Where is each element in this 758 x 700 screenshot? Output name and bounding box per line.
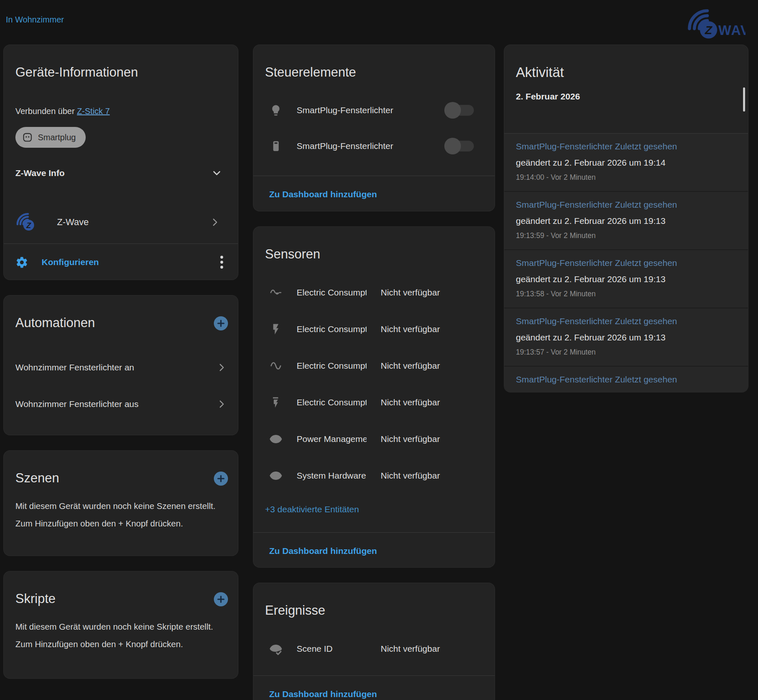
sensor-row[interactable]: Electric Consumpti… Nicht verfügbar (253, 348, 495, 384)
zwave-info-label: Z-Wave Info (15, 168, 64, 178)
activity-entry-time: 19:13:58 - Vor 2 Minuten (516, 288, 736, 299)
sensors-card: Sensoren Electric Consumpti… Nicht verfü… (253, 226, 495, 568)
eye-icon (269, 469, 282, 482)
sensor-label: System Hardware … (297, 471, 367, 481)
activity-entry-change: geändert zu 2. Februar 2026 um 19:04 (516, 389, 736, 392)
zwave-integration-label: Z-Wave (57, 217, 192, 228)
automation-row[interactable]: Wohnzimmer Fensterlichter aus (15, 391, 228, 417)
activity-entry: SmartPlug-Fensterlichter Zuletzt gesehen… (504, 367, 748, 392)
toggle-switch[interactable] (446, 105, 474, 116)
device-info-card: Geräte-Informationen Verbunden über Z-St… (3, 45, 238, 280)
activity-entry-change: geändert zu 2. Februar 2026 um 19:13 (516, 214, 736, 228)
activity-entry-link[interactable]: SmartPlug-Fensterlichter Zuletzt gesehen (516, 373, 677, 386)
activity-entry-link[interactable]: SmartPlug-Fensterlichter Zuletzt gesehen (516, 315, 677, 328)
scenes-card: Szenen Mit diesem Gerät wurden noch kein… (3, 450, 238, 556)
toggle-switch[interactable] (446, 141, 474, 151)
sensor-row[interactable]: Power Manageme… Nicht verfügbar (253, 421, 495, 457)
activity-entry: SmartPlug-Fensterlichter Zuletzt gesehen… (504, 192, 748, 250)
activity-entry-time: 19:13:59 - Vor 2 Minuten (516, 230, 736, 241)
automations-card: Automationen Wohnzimmer Fensterlichter a… (3, 295, 238, 435)
activity-entry-change: geändert zu 2. Februar 2026 um 19:13 (516, 331, 736, 344)
back-link[interactable]: In Wohnzimmer (6, 15, 64, 25)
sensor-value: Nicht verfügbar (381, 361, 474, 371)
event-label: Scene ID (297, 644, 367, 654)
sensor-row[interactable]: Electric Consumpti… Nicht verfügbar (253, 384, 495, 421)
zwave-integration-row[interactable]: Z Z-Wave (15, 210, 226, 234)
sensor-row[interactable]: Electric Consumpti… Nicht verfügbar (253, 311, 495, 348)
control-row[interactable]: SmartPlug-Fensterlichter (253, 92, 495, 128)
event-row[interactable]: Scene ID Nicht verfügbar (253, 630, 495, 667)
activity-entry-link[interactable]: SmartPlug-Fensterlichter Zuletzt gesehen (516, 140, 677, 153)
activity-entry-link[interactable]: SmartPlug-Fensterlichter Zuletzt gesehen (516, 199, 677, 211)
sensor-value: Nicht verfügbar (381, 471, 474, 481)
sensor-value: Nicht verfügbar (381, 397, 474, 407)
zwave-logo-icon: Z WAVE (679, 5, 746, 40)
svg-text:WAVE: WAVE (718, 22, 746, 38)
scrollbar-thumb[interactable] (743, 87, 745, 112)
flash-bar-icon (269, 396, 282, 409)
sensor-label: Electric Consumpti… (297, 324, 367, 334)
outlet-icon (22, 132, 33, 143)
control-label: SmartPlug-Fensterlichter (297, 105, 431, 115)
configure-label: Konfigurieren (42, 257, 201, 267)
automations-title: Automationen (4, 295, 214, 331)
add-to-dashboard-link[interactable]: Zu Dashboard hinzufügen (269, 689, 377, 699)
sensor-label: Electric Consumpti… (297, 288, 367, 298)
control-row[interactable]: SmartPlug-Fensterlichter (253, 128, 495, 164)
kebab-menu-icon (220, 255, 223, 269)
gear-icon (15, 256, 28, 269)
device-info-title: Geräte-Informationen (4, 45, 238, 81)
events-card: Ereignisse Scene ID Nicht verfügbar Zu D… (253, 583, 495, 700)
automation-label: Wohnzimmer Fensterlichter aus (15, 399, 139, 409)
disabled-entities-link[interactable]: +3 deaktivierte Entitäten (265, 504, 359, 514)
sensor-row[interactable]: System Hardware … Nicht verfügbar (253, 457, 495, 494)
connected-via-text: Verbunden über Z-Stick 7 (15, 107, 226, 116)
events-title: Ereignisse (253, 583, 495, 619)
scripts-card: Skripte Mit diesem Gerät wurden noch kei… (3, 571, 238, 679)
chevron-right-icon (216, 399, 227, 410)
chevron-right-icon (216, 362, 227, 373)
sensor-label: Power Manageme… (297, 434, 367, 444)
activity-date-header: 2. Februar 2026 (504, 91, 748, 102)
sensor-row[interactable]: Electric Consumpti… Nicht verfügbar (253, 274, 495, 311)
menu-button[interactable] (215, 254, 229, 271)
activity-entry: SmartPlug-Fensterlichter Zuletzt gesehen… (504, 134, 748, 192)
add-script-button[interactable] (214, 592, 228, 606)
event-value: Nicht verfügbar (381, 644, 474, 654)
smartplug-chip[interactable]: Smartplug (15, 127, 86, 148)
eye-icon (269, 432, 282, 446)
plus-icon (217, 595, 225, 603)
activity-entry-time: 19:13:57 - Vor 2 Minuten (516, 347, 736, 357)
scripts-title: Skripte (4, 571, 214, 607)
configure-button[interactable]: Konfigurieren (4, 244, 238, 280)
connected-prefix: Verbunden über (15, 107, 74, 116)
add-automation-button[interactable] (214, 316, 228, 330)
activity-entry-link[interactable]: SmartPlug-Fensterlichter Zuletzt gesehen (516, 257, 677, 269)
zwave-icon: Z (15, 210, 40, 234)
activity-entry-change: geändert zu 2. Februar 2026 um 19:13 (516, 273, 736, 286)
scenes-title: Szenen (4, 451, 214, 487)
plus-icon (217, 474, 225, 483)
activity-entry-change: geändert zu 2. Februar 2026 um 19:14 (516, 156, 736, 169)
activity-card: Aktivität 2. Februar 2026 SmartPlug-Fens… (504, 45, 748, 392)
svg-text:Z: Z (705, 24, 713, 37)
flash-icon (269, 323, 282, 336)
automation-row[interactable]: Wohnzimmer Fensterlichter an (15, 355, 228, 380)
zstick-link[interactable]: Z-Stick 7 (77, 107, 110, 116)
toggle-knob (444, 138, 461, 154)
chevron-down-icon[interactable] (211, 167, 223, 179)
add-scene-button[interactable] (214, 472, 228, 486)
svg-text:Z: Z (26, 221, 32, 230)
sensor-value: Nicht verfügbar (381, 324, 474, 334)
activity-entry: SmartPlug-Fensterlichter Zuletzt gesehen… (504, 308, 748, 367)
add-to-dashboard-link[interactable]: Zu Dashboard hinzufügen (269, 189, 377, 199)
add-to-dashboard-link[interactable]: Zu Dashboard hinzufügen (269, 546, 377, 556)
scenes-empty-text: Mit diesem Gerät wurden noch keine Szene… (4, 497, 238, 532)
activity-entry-time: 19:14:00 - Vor 2 Minuten (516, 172, 736, 183)
zwave-brand-logo: Z WAVE (679, 5, 746, 40)
plus-icon (217, 319, 225, 328)
sine-wave-icon (269, 359, 282, 372)
activity-title: Aktivität (504, 45, 748, 81)
chevron-right-icon (210, 217, 220, 228)
controls-title: Steuerelemente (253, 45, 495, 81)
